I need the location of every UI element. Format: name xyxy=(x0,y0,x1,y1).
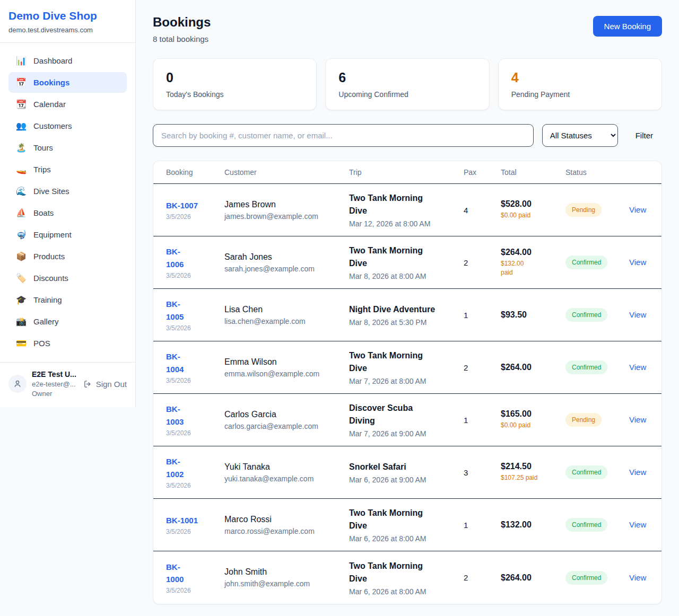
sign-out-button[interactable]: Sign Out xyxy=(83,380,127,389)
booking-id-link[interactable]: BK-1001 xyxy=(166,514,198,526)
dive-sites-icon: 🌊 xyxy=(16,186,27,196)
view-link[interactable]: View xyxy=(629,520,646,529)
sidebar-item-discounts[interactable]: 🏷️ Discounts xyxy=(8,268,127,288)
sidebar-item-equipment[interactable]: 🤿 Equipment xyxy=(8,224,127,245)
user-role: Owner xyxy=(32,390,78,398)
sidebar-item-customers[interactable]: 👥 Customers xyxy=(8,116,127,136)
booking-id-link[interactable]: BK-1000 xyxy=(166,561,184,586)
sidebar-item-products[interactable]: 📦 Products xyxy=(8,246,127,267)
pax-count: 2 xyxy=(464,573,501,582)
actions-cell: View xyxy=(629,310,649,320)
actions-cell: View xyxy=(629,258,649,267)
booking-cell: BK-1005 3/5/2026 xyxy=(166,298,224,332)
booking-id-link[interactable]: BK-1007 xyxy=(166,199,198,212)
trip-datetime: Mar 6, 2026 at 8:00 AM xyxy=(349,587,464,596)
customer-email: carlos.garcia@example.com xyxy=(224,422,349,430)
gallery-icon: 📸 xyxy=(16,316,27,327)
pos-icon: 💳 xyxy=(16,338,27,348)
sidebar-item-gallery[interactable]: 📸 Gallery xyxy=(8,311,127,332)
trip-cell: Snorkel Safari Mar 6, 2026 at 9:00 AM xyxy=(349,461,464,484)
customer-cell: Yuki Tanaka yuki.tanaka@example.com xyxy=(224,462,349,483)
trip-name: Discover ScubaDiving xyxy=(349,402,464,427)
table-row: BK-1002 3/5/2026 Yuki Tanaka yuki.tanaka… xyxy=(153,446,661,499)
customer-cell: Sarah Jones sarah.jones@example.com xyxy=(224,252,349,273)
trip-cell: Two Tank MorningDive Mar 6, 2026 at 8:00… xyxy=(349,560,464,596)
sidebar-item-pos[interactable]: 💳 POS xyxy=(8,333,127,354)
trip-name: Two Tank MorningDive xyxy=(349,192,464,217)
stat-label: Pending Payment xyxy=(511,90,649,99)
pax-count: 1 xyxy=(464,311,501,320)
new-booking-button[interactable]: New Booking xyxy=(593,16,662,37)
booking-id-link[interactable]: BK-1003 xyxy=(166,403,184,428)
paid-amount: $0.00 paid xyxy=(501,421,565,430)
page-header: Bookings 8 total bookings New Booking xyxy=(153,15,662,43)
status-badge: Confirmed xyxy=(565,256,607,269)
pax-count: 4 xyxy=(464,206,501,215)
training-icon: 🎓 xyxy=(16,295,27,305)
booking-id-link[interactable]: BK-1004 xyxy=(166,350,184,375)
column-header-booking: Booking xyxy=(166,168,224,177)
trip-datetime: Mar 6, 2026 at 9:00 AM xyxy=(349,476,464,484)
booking-id-link[interactable]: BK-1006 xyxy=(166,245,184,270)
trips-icon: 🚤 xyxy=(16,164,27,174)
stat-value: 4 xyxy=(511,70,649,85)
brand-block: Demo Dive Shop demo.test.divestreams.com xyxy=(0,0,135,43)
table-row: BK-1000 3/5/2026 John Smith john.smith@e… xyxy=(153,551,661,604)
customer-name: Marco Rossi xyxy=(224,515,349,524)
trip-name: Two Tank MorningDive xyxy=(349,244,464,270)
booking-id-link[interactable]: BK-1005 xyxy=(166,298,184,323)
customer-cell: Emma Wilson emma.wilson@example.com xyxy=(224,357,349,378)
stat-value: 0 xyxy=(166,70,303,85)
table-row: BK-1001 3/5/2026 Marco Rossi marco.rossi… xyxy=(153,499,661,551)
table-row: BK-1003 3/5/2026 Carlos Garcia carlos.ga… xyxy=(153,394,661,446)
view-link[interactable]: View xyxy=(629,205,646,214)
customer-email: john.smith@example.com xyxy=(224,579,349,588)
sidebar-item-label: Gallery xyxy=(33,317,59,326)
sidebar-item-label: Dive Sites xyxy=(33,187,69,196)
status-filter-select[interactable]: All Statuses xyxy=(542,124,618,147)
trip-datetime: Mar 8, 2026 at 8:00 AM xyxy=(349,272,464,280)
stat-card-pending-payment: 4 Pending Payment xyxy=(498,58,662,110)
sidebar-item-label: Calendar xyxy=(33,100,66,109)
view-link[interactable]: View xyxy=(629,363,646,372)
sidebar-nav: 📊 Dashboard 📅 Bookings 📆 Calendar 👥 Cust… xyxy=(0,43,135,358)
status-cell: Confirmed xyxy=(565,465,629,479)
booking-id-link[interactable]: BK-1002 xyxy=(166,455,184,480)
discounts-icon: 🏷️ xyxy=(16,273,27,283)
trip-datetime: Mar 7, 2026 at 9:00 AM xyxy=(349,429,464,438)
dashboard-icon: 📊 xyxy=(16,56,27,66)
customer-cell: John Smith john.smith@example.com xyxy=(224,567,349,588)
sidebar-item-label: Customers xyxy=(33,121,72,130)
booking-cell: BK-1002 3/5/2026 xyxy=(166,455,224,489)
sidebar-item-trips[interactable]: 🚤 Trips xyxy=(8,159,127,180)
sidebar-item-calendar[interactable]: 📆 Calendar xyxy=(8,94,127,115)
customer-email: emma.wilson@example.com xyxy=(224,369,349,378)
view-link[interactable]: View xyxy=(629,415,646,424)
equipment-icon: 🤿 xyxy=(16,230,27,240)
booking-date: 3/5/2026 xyxy=(166,377,224,384)
calendar-icon: 📆 xyxy=(16,99,27,109)
trip-datetime: Mar 12, 2026 at 8:00 AM xyxy=(349,219,464,228)
total-cell: $93.50 xyxy=(501,310,565,320)
trip-cell: Night Dive Adventure Mar 8, 2026 at 5:30… xyxy=(349,303,464,327)
sidebar-item-training[interactable]: 🎓 Training xyxy=(8,289,127,310)
view-link[interactable]: View xyxy=(629,573,646,582)
sidebar-item-tours[interactable]: 🏝️ Tours xyxy=(8,137,127,158)
booking-cell: BK-1004 3/5/2026 xyxy=(166,350,224,384)
pax-count: 1 xyxy=(464,521,501,530)
customer-email: james.brown@example.com xyxy=(224,212,349,221)
view-link[interactable]: View xyxy=(629,310,646,319)
page-title: Bookings xyxy=(153,15,211,30)
stat-label: Upcoming Confirmed xyxy=(338,90,476,99)
filter-button[interactable]: Filter xyxy=(636,131,653,140)
sidebar-item-dive-sites[interactable]: 🌊 Dive Sites xyxy=(8,181,127,201)
stat-card-today-s-bookings: 0 Today's Bookings xyxy=(153,58,317,110)
sidebar-item-label: Bookings xyxy=(33,78,69,87)
search-input[interactable] xyxy=(153,124,534,147)
sidebar-item-bookings[interactable]: 📅 Bookings xyxy=(8,72,127,93)
view-link[interactable]: View xyxy=(629,258,646,267)
view-link[interactable]: View xyxy=(629,468,646,477)
table-row: BK-1004 3/5/2026 Emma Wilson emma.wilson… xyxy=(153,341,661,394)
sidebar-item-boats[interactable]: ⛵ Boats xyxy=(8,203,127,223)
sidebar-item-dashboard[interactable]: 📊 Dashboard xyxy=(8,50,127,71)
